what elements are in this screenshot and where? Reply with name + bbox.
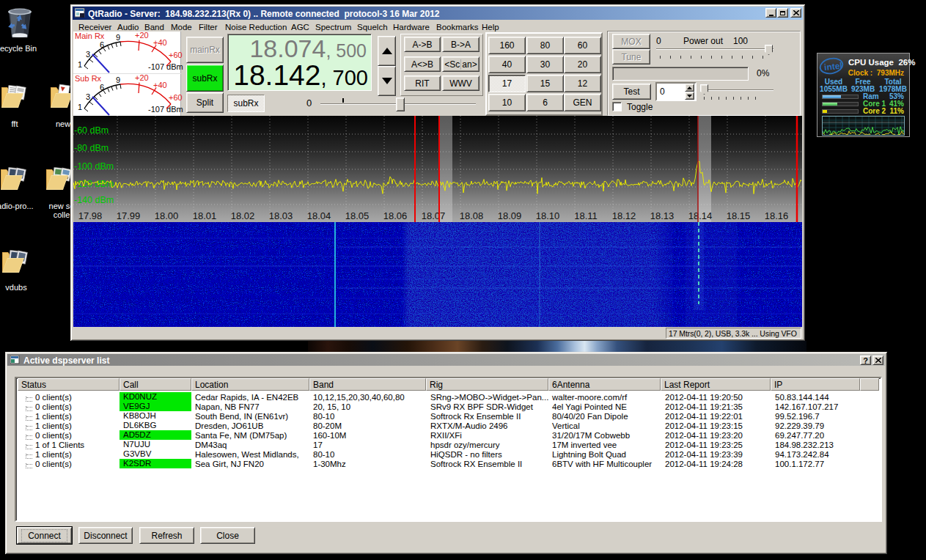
- svg-text:+60: +60: [169, 51, 183, 59]
- svg-text:18.12: 18.12: [612, 210, 636, 221]
- svg-text:17.98: 17.98: [78, 210, 103, 221]
- svg-text:-107 dBm: -107 dBm: [148, 62, 183, 71]
- svg-text:18.03: 18.03: [269, 210, 293, 221]
- svg-text:Sub Rx: Sub Rx: [75, 74, 102, 83]
- svg-text:+40: +40: [153, 38, 167, 47]
- svg-text:+20: +20: [135, 74, 149, 82]
- svg-text:6: 6: [100, 40, 104, 49]
- svg-text:3: 3: [86, 50, 90, 59]
- svg-text:18.07: 18.07: [422, 210, 446, 221]
- svg-text:-140 dBm: -140 dBm: [74, 195, 114, 205]
- svg-text:1: 1: [78, 103, 82, 111]
- svg-text:-80 dBm: -80 dBm: [74, 143, 109, 153]
- svg-text:+20: +20: [135, 32, 149, 40]
- svg-text:+40: +40: [153, 81, 167, 89]
- svg-text:18.16: 18.16: [765, 210, 789, 221]
- svg-text:18.15: 18.15: [727, 210, 751, 221]
- svg-text:18.09: 18.09: [498, 210, 522, 221]
- svg-text:18.08: 18.08: [460, 210, 484, 221]
- svg-text:1: 1: [78, 60, 82, 69]
- svg-text:-100 dBm: -100 dBm: [74, 161, 114, 172]
- svg-text:+60: +60: [169, 93, 183, 102]
- svg-text:18.10: 18.10: [536, 210, 560, 221]
- svg-text:9: 9: [116, 33, 120, 42]
- svg-text:18.01: 18.01: [193, 210, 217, 221]
- svg-text:18.00: 18.00: [155, 210, 179, 221]
- svg-text:17.99: 17.99: [117, 210, 141, 221]
- svg-text:18.14: 18.14: [688, 210, 713, 221]
- svg-text:-60 dBm: -60 dBm: [74, 125, 109, 136]
- svg-text:18.04: 18.04: [307, 210, 331, 221]
- svg-text:-107 dBm: -107 dBm: [148, 105, 183, 114]
- svg-text:3: 3: [86, 92, 90, 101]
- svg-text:9: 9: [116, 75, 120, 84]
- svg-text:18.06: 18.06: [383, 210, 408, 221]
- svg-text:6: 6: [100, 83, 104, 92]
- svg-text:18.13: 18.13: [650, 210, 675, 221]
- svg-text:18.05: 18.05: [345, 210, 370, 221]
- svg-text:Main Rx: Main Rx: [75, 32, 105, 40]
- svg-text:18.11: 18.11: [574, 210, 598, 221]
- svg-text:18.02: 18.02: [231, 210, 255, 221]
